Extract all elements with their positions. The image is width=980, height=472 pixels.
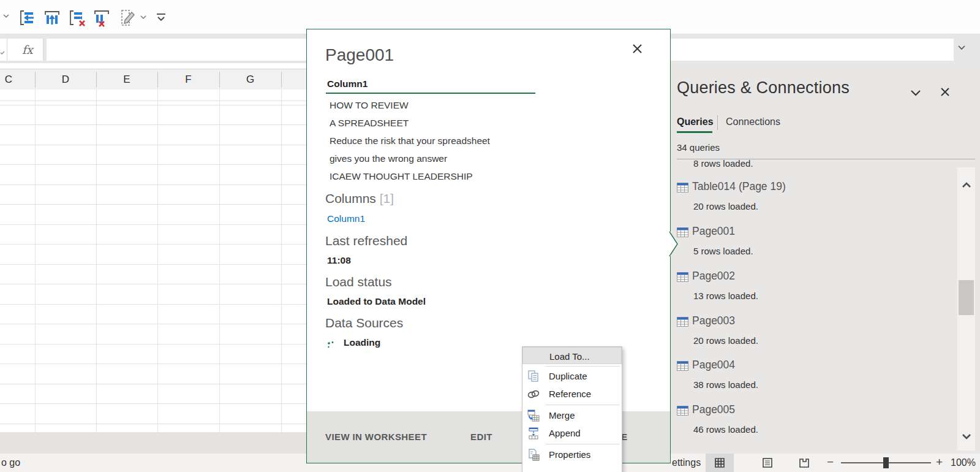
excel-window: fx C D E F G o go ettings −: [0, 0, 980, 472]
panel-title: Queries & Connections: [677, 78, 850, 97]
preview-row: gives you the wrong answer: [330, 150, 490, 167]
table-icon: [677, 183, 688, 195]
query-status: 20 rows loaded.: [693, 335, 758, 346]
edit-form-dropdown-icon[interactable]: [140, 15, 147, 20]
display-settings-label[interactable]: ettings: [672, 457, 701, 468]
menu-item-label: Duplicate: [549, 367, 587, 385]
tab-connections[interactable]: Connections: [726, 116, 780, 128]
zoom-out-button[interactable]: −: [827, 455, 834, 469]
column-header-d[interactable]: D: [35, 69, 96, 89]
fx-box: fx: [0, 39, 43, 61]
menu-separator: [546, 444, 620, 444]
query-name[interactable]: Page002: [692, 270, 735, 283]
normal-view-button[interactable]: [706, 454, 734, 472]
preview-header-underline: [326, 93, 535, 94]
scroll-down-icon[interactable]: [962, 431, 971, 442]
data-sources-heading: Data Sources: [325, 316, 403, 330]
menu-item-properties[interactable]: Properties: [522, 446, 622, 463]
last-refreshed-value: 11:08: [327, 255, 351, 266]
menu-item-duplicate[interactable]: Duplicate: [522, 367, 622, 385]
column-header-g[interactable]: G: [219, 69, 281, 89]
last-refreshed-heading: Last refreshed: [325, 234, 407, 248]
panel-close-icon[interactable]: [940, 87, 950, 99]
preview-row: ICAEW THOUGHT LEADERSHIP: [330, 167, 490, 185]
fx-icon[interactable]: fx: [22, 43, 33, 56]
menu-item-load-to[interactable]: Load To...: [522, 347, 622, 364]
panel-chevron-down-icon[interactable]: [910, 88, 922, 99]
load-status-heading: Load status: [325, 275, 392, 289]
tab-queries[interactable]: Queries: [677, 116, 714, 128]
query-status: 5 rows loaded.: [693, 246, 753, 256]
table-icon: [677, 227, 688, 240]
preview-column-header: Column1: [327, 78, 368, 89]
name-box-chevron-icon[interactable]: [1, 47, 6, 58]
peek-close-icon[interactable]: [632, 44, 643, 56]
table-icon: [677, 317, 688, 329]
zoom-in-button[interactable]: +: [936, 455, 943, 469]
table-icon: [677, 361, 688, 373]
edit-button[interactable]: EDIT: [470, 432, 492, 442]
peek-callout-pointer: [662, 230, 678, 260]
insert-cells-up-icon[interactable]: [42, 8, 62, 28]
menu-item-label: Append: [549, 424, 581, 442]
menu-item-label: Load To...: [549, 348, 590, 365]
column-header-c[interactable]: C: [0, 69, 17, 89]
preview-row: A SPREADSHEET: [330, 114, 490, 132]
query-status-clipped: 8 rows loaded.: [693, 160, 753, 169]
page-layout-icon: [761, 457, 774, 469]
zoom-percentage[interactable]: 100%: [951, 457, 976, 468]
formula-bar-expand-icon[interactable]: [957, 42, 967, 53]
column-link[interactable]: Column1: [327, 213, 365, 224]
query-status: 13 rows loaded.: [693, 291, 758, 301]
load-status-value: Loaded to Data Model: [327, 296, 426, 307]
delete-columns-icon[interactable]: [92, 8, 111, 28]
collapse-toolbar-icon[interactable]: [156, 12, 167, 22]
scrollbar-thumb[interactable]: [959, 280, 974, 315]
query-name[interactable]: Page003: [692, 314, 735, 327]
query-status: 38 rows loaded.: [693, 379, 758, 390]
table-icon: [677, 272, 688, 284]
grid-view-icon: [714, 457, 726, 469]
preview-row: Reduce the risk that your spreadsheet: [330, 132, 490, 150]
chevron-down-icon[interactable]: [2, 13, 10, 18]
page-break-view-button[interactable]: [790, 454, 818, 472]
zoom-slider-thumb[interactable]: [883, 457, 889, 468]
duplicate-icon: [527, 370, 540, 385]
columns-count: [1]: [380, 191, 394, 205]
edit-form-icon[interactable]: [118, 9, 136, 27]
menu-item-append[interactable]: Append: [522, 424, 622, 442]
properties-icon: [527, 448, 540, 463]
menu-item-merge[interactable]: Merge: [522, 406, 622, 424]
peek-title: Page001: [325, 45, 394, 65]
merge-icon: [527, 409, 540, 424]
status-left-text: o go: [1, 457, 20, 468]
menu-item-label: Merge: [549, 406, 575, 424]
page-break-icon: [798, 457, 810, 469]
delete-rows-icon[interactable]: [67, 8, 87, 28]
reference-link-icon: [527, 387, 540, 403]
preview-row: HOW TO REVIEW: [330, 96, 490, 114]
tab-divider: [717, 115, 718, 130]
menu-item-label: Properties: [549, 446, 590, 463]
column-header-f[interactable]: F: [157, 69, 219, 89]
query-name[interactable]: Page005: [692, 403, 735, 416]
query-context-menu: Load To... Duplicate Reference Merge: [522, 346, 622, 472]
view-in-worksheet-button[interactable]: VIEW IN WORKSHEET: [325, 432, 427, 442]
menu-item-label: Reference: [549, 385, 591, 403]
query-name[interactable]: Page001: [692, 225, 735, 238]
scroll-up-icon[interactable]: [962, 180, 971, 191]
query-count: 34 queries: [677, 142, 720, 153]
query-status: 20 rows loaded.: [693, 201, 758, 211]
menu-separator: [546, 366, 620, 367]
panel-scrollbar[interactable]: [957, 167, 975, 451]
insert-cells-left-icon[interactable]: [17, 8, 37, 28]
column-header-e[interactable]: E: [96, 69, 157, 89]
query-name[interactable]: Table014 (Page 19): [692, 180, 786, 193]
menu-item-reference[interactable]: Reference: [522, 385, 622, 403]
loading-spinner-icon: [327, 341, 336, 352]
query-name[interactable]: Page004: [692, 359, 735, 371]
data-sources-value: Loading: [344, 337, 380, 348]
columns-section-heading: Columns [1]: [325, 191, 394, 206]
query-list: 8 rows loaded. Table014 (Page 19) 20 row…: [658, 160, 952, 454]
page-layout-view-button[interactable]: [753, 454, 782, 472]
